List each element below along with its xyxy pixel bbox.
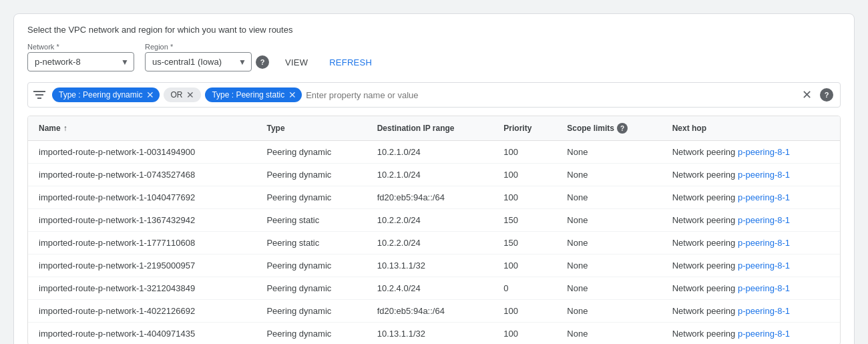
row-name: imported-route-p-network-1-4022126692 (28, 300, 256, 323)
row-scope: None (556, 323, 661, 345)
table-row: imported-route-p-network-1-1367432942Pee… (28, 209, 840, 232)
row-name: imported-route-p-network-1-0743527468 (28, 164, 256, 186)
row-scope: None (556, 164, 661, 186)
page-description: Select the VPC network and region for wh… (27, 25, 841, 35)
row-type: Peering dynamic (256, 323, 366, 345)
row-priority: 100 (493, 141, 556, 164)
row-destination: 10.2.1.0/24 (367, 164, 493, 186)
peering-static-chip-label: Type : Peering static (212, 90, 284, 100)
row-scope: None (556, 209, 661, 232)
peering-static-chip[interactable]: Type : Peering static ✕ (205, 88, 302, 102)
row-priority: 0 (493, 277, 556, 300)
col-priority: Priority (493, 116, 556, 141)
region-select[interactable]: us-central1 (Iowa) (145, 52, 252, 71)
row-scope: None (556, 277, 661, 300)
row-name: imported-route-p-network-1-1777110608 (28, 232, 256, 254)
row-type: Peering dynamic (256, 300, 366, 323)
row-nexthop: Network peering p-peering-8-1 (662, 141, 840, 164)
region-help-icon[interactable]: ? (256, 55, 269, 69)
row-destination: fd20:eb5:94a::/64 (367, 186, 493, 209)
filter-help-button[interactable]: ? (819, 87, 835, 103)
row-priority: 100 (493, 186, 556, 209)
row-type: Peering dynamic (256, 186, 366, 209)
nexthop-link[interactable]: p-peering-8-1 (738, 261, 790, 271)
row-priority: 150 (493, 232, 556, 254)
col-type: Type (256, 116, 366, 141)
row-type: Peering dynamic (256, 277, 366, 300)
row-destination: 10.2.2.0/24 (367, 209, 493, 232)
row-nexthop: Network peering p-peering-8-1 (662, 209, 840, 232)
row-nexthop: Network peering p-peering-8-1 (662, 186, 840, 209)
filter-actions: ✕ ? (801, 86, 835, 104)
col-name[interactable]: Name ↑ (28, 116, 256, 141)
col-nexthop: Next hop (662, 116, 840, 141)
network-field-group: Network * p-network-8 ▼ (27, 43, 134, 71)
or-chip-close[interactable]: ✕ (186, 90, 194, 100)
nexthop-link[interactable]: p-peering-8-1 (738, 283, 790, 293)
scope-help-icon[interactable]: ? (617, 123, 628, 134)
network-select-wrapper: p-network-8 ▼ (27, 52, 134, 71)
row-type: Peering dynamic (256, 164, 366, 186)
nexthop-link[interactable]: p-peering-8-1 (738, 329, 790, 339)
row-type: Peering static (256, 209, 366, 232)
network-select[interactable]: p-network-8 (27, 52, 134, 71)
row-nexthop: Network peering p-peering-8-1 (662, 254, 840, 277)
row-destination: 10.13.1.1/32 (367, 254, 493, 277)
col-destination: Destination IP range (367, 116, 493, 141)
row-scope: None (556, 141, 661, 164)
row-type: Peering dynamic (256, 141, 366, 164)
row-priority: 100 (493, 254, 556, 277)
table-row: imported-route-p-network-1-0031494900Pee… (28, 141, 840, 164)
row-scope: None (556, 300, 661, 323)
row-name: imported-route-p-network-1-1367432942 (28, 209, 256, 232)
row-nexthop: Network peering p-peering-8-1 (662, 300, 840, 323)
nexthop-link[interactable]: p-peering-8-1 (738, 170, 790, 180)
nexthop-link[interactable]: p-peering-8-1 (738, 192, 790, 202)
nexthop-link[interactable]: p-peering-8-1 (738, 306, 790, 316)
row-name: imported-route-p-network-1-4040971435 (28, 323, 256, 345)
table-header-row: Name ↑ Type Destination IP range Priorit… (28, 116, 840, 141)
filter-bar: Type : Peering dynamic ✕ OR ✕ Type : Pee… (27, 82, 841, 108)
view-button[interactable]: VIEW (280, 53, 313, 71)
region-wrapper: us-central1 (Iowa) ▼ ? (145, 52, 269, 71)
refresh-button[interactable]: REFRESH (324, 53, 377, 71)
sort-arrow-icon: ↑ (63, 124, 67, 133)
table-row: imported-route-p-network-1-2195000957Pee… (28, 254, 840, 277)
or-chip[interactable]: OR ✕ (164, 88, 201, 102)
region-field-group: Region * us-central1 (Iowa) ▼ ? (145, 43, 269, 71)
table-row: imported-route-p-network-1-4022126692Pee… (28, 300, 840, 323)
peering-dynamic-chip-close[interactable]: ✕ (146, 90, 154, 100)
row-name: imported-route-p-network-1-1040477692 (28, 186, 256, 209)
row-nexthop: Network peering p-peering-8-1 (662, 232, 840, 254)
filter-help-icon: ? (820, 88, 833, 102)
row-name: imported-route-p-network-1-2195000957 (28, 254, 256, 277)
row-priority: 100 (493, 300, 556, 323)
routes-table-wrapper: Name ↑ Type Destination IP range Priorit… (27, 116, 841, 344)
row-scope: None (556, 254, 661, 277)
row-scope: None (556, 232, 661, 254)
row-type: Peering dynamic (256, 254, 366, 277)
row-destination: 10.13.1.1/32 (367, 323, 493, 345)
table-row: imported-route-p-network-1-0743527468Pee… (28, 164, 840, 186)
network-label: Network * (27, 43, 134, 51)
region-select-wrapper: us-central1 (Iowa) ▼ (145, 52, 252, 71)
clear-filter-button[interactable]: ✕ (801, 86, 813, 104)
nexthop-link[interactable]: p-peering-8-1 (738, 147, 790, 157)
row-nexthop: Network peering p-peering-8-1 (662, 164, 840, 186)
peering-dynamic-chip-label: Type : Peering dynamic (59, 90, 142, 100)
row-nexthop: Network peering p-peering-8-1 (662, 323, 840, 345)
row-destination: 10.2.2.0/24 (367, 232, 493, 254)
filter-input[interactable] (306, 90, 797, 100)
col-scope: Scope limits ? (556, 116, 661, 141)
peering-static-chip-close[interactable]: ✕ (288, 90, 296, 100)
filter-icon (33, 90, 45, 100)
table-row: imported-route-p-network-1-4040971435Pee… (28, 323, 840, 345)
table-body: imported-route-p-network-1-0031494900Pee… (28, 141, 840, 345)
nexthop-link[interactable]: p-peering-8-1 (738, 215, 790, 225)
routes-table: Name ↑ Type Destination IP range Priorit… (28, 116, 840, 344)
row-scope: None (556, 186, 661, 209)
nexthop-link[interactable]: p-peering-8-1 (738, 238, 790, 248)
table-row: imported-route-p-network-1-1040477692Pee… (28, 186, 840, 209)
peering-dynamic-chip[interactable]: Type : Peering dynamic ✕ (52, 88, 160, 102)
row-priority: 100 (493, 323, 556, 345)
